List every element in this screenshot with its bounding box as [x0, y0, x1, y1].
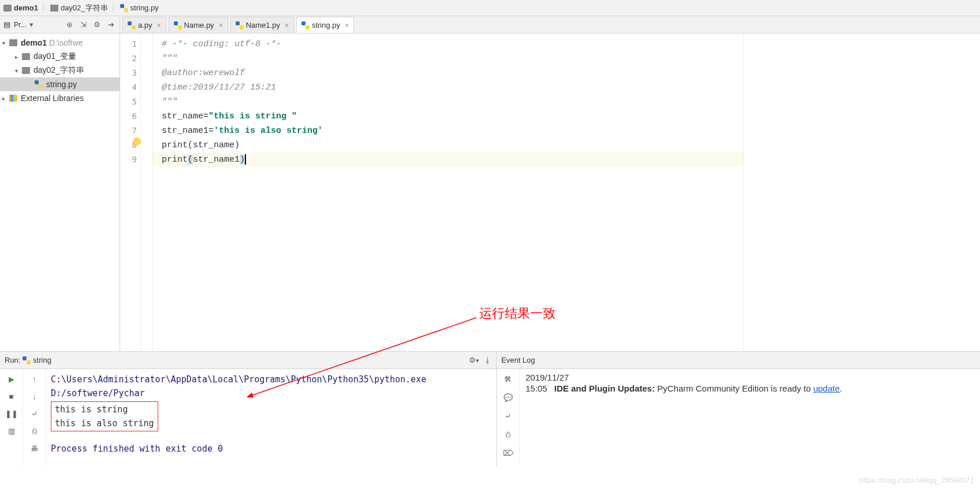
console-output-line: this is string	[55, 404, 128, 415]
folder-icon	[50, 5, 58, 12]
python-icon	[301, 21, 310, 29]
tree-day01[interactable]: ▸day01_变量	[0, 50, 120, 64]
run-toolbar-left: ▶ ■ ❚❚ ▥	[0, 369, 23, 467]
chevron-down-icon[interactable]: ▾	[15, 68, 22, 74]
event-log-content: 2019/11/27 15:05 IDE and Plugin Updates:…	[520, 369, 980, 467]
collapse-icon[interactable]: ⊕	[64, 20, 74, 30]
run-console[interactable]: C:\Users\Administrator\AppData\Local\Pro…	[46, 369, 496, 467]
bc-string[interactable]: string.py	[120, 3, 159, 12]
python-icon	[35, 80, 43, 88]
close-icon[interactable]: ×	[219, 21, 223, 29]
bc-day02[interactable]: day02_字符串	[50, 3, 108, 13]
library-icon	[9, 95, 17, 102]
close-icon[interactable]: ×	[157, 21, 161, 29]
tab-a-py[interactable]: a.py×	[122, 17, 166, 33]
export-icon[interactable]: ⎙	[28, 424, 41, 437]
close-icon[interactable]: ×	[285, 21, 289, 29]
fold-gutter	[141, 33, 152, 351]
event-date: 2019/11/27	[526, 372, 974, 382]
pause-icon[interactable]: ❚❚	[5, 407, 18, 420]
balloon-icon[interactable]: 💬	[502, 391, 515, 404]
run-title: Run:	[5, 356, 20, 364]
bc-demo1[interactable]: demo1	[3, 3, 38, 12]
event-msg-rest: PyCharm Community Edition is ready to	[655, 383, 813, 393]
chevron-right-icon[interactable]: ▸	[15, 54, 22, 60]
folder-icon	[22, 67, 30, 74]
stop-icon[interactable]: ■	[5, 390, 18, 403]
tab-name-py[interactable]: Name.py×	[169, 17, 228, 33]
project-sidebar: ▤ Pr... ▾ ⊕ ⇲ ⚙ ➔ ▾demo1 D:\softwe ▸day0…	[0, 16, 120, 351]
layout-icon[interactable]: ▥	[5, 424, 18, 437]
console-output-box: this is string this is also string	[51, 401, 158, 431]
hide-icon[interactable]: ➔	[106, 20, 116, 30]
down-icon[interactable]: ↓	[28, 390, 41, 403]
run-config-name: string	[33, 356, 51, 364]
tab-name1-py[interactable]: Name1.py×	[230, 17, 294, 33]
line-gutter: 123456789	[120, 33, 141, 351]
tree-demo1[interactable]: ▾demo1 D:\softwe	[0, 36, 120, 50]
update-link[interactable]: update	[813, 383, 840, 393]
project-tab-label[interactable]: Pr...	[14, 21, 26, 29]
folder-icon	[22, 53, 30, 60]
console-exit: Process finished with exit code 0	[51, 442, 496, 456]
python-icon	[120, 4, 128, 12]
event-log-toolbar: 🛠 💬 ⤶ ⎙ ⌦	[497, 369, 520, 467]
folder-icon	[3, 5, 12, 12]
wrap-icon[interactable]: ⤶	[502, 409, 515, 422]
python-icon	[23, 356, 31, 364]
download-icon[interactable]: ⭳	[484, 356, 491, 364]
run-toolbar-2: ↑ ↓ ⤶ ⎙ 🖶	[23, 369, 46, 467]
tree-ext-libs[interactable]: ▸External Libraries	[0, 91, 120, 105]
chevron-down-icon[interactable]: ▾	[2, 40, 9, 46]
console-command: C:\Users\Administrator\AppData\Local\Pro…	[51, 374, 426, 398]
gear-icon[interactable]: ⚙	[92, 20, 102, 30]
print-icon[interactable]: 🖶	[28, 442, 41, 455]
run-header: Run: string ⚙▾ ⭳	[0, 352, 496, 369]
run-panel: Run: string ⚙▾ ⭳ ▶ ■ ❚❚ ▥ ↑ ↓ ⤶ ⎙ 🖶	[0, 352, 497, 467]
tab-string-py[interactable]: string.py×	[296, 17, 354, 33]
editor-tabs: a.py× Name.py× Name1.py× string.py×	[120, 16, 980, 33]
event-log-title: Event Log	[501, 356, 535, 364]
project-tree: ▾demo1 D:\softwe ▸day01_变量 ▾day02_字符串 st…	[0, 33, 120, 107]
clear-icon[interactable]: ⌦	[502, 446, 515, 459]
folder-icon	[9, 39, 17, 46]
watermark: https://blog.csdn.net/qq_29590071	[859, 476, 975, 485]
editor-area: a.py× Name.py× Name1.py× string.py× 1234…	[120, 16, 980, 351]
python-icon	[174, 21, 182, 29]
event-time: 15:05	[526, 383, 547, 393]
breadcrumb: demo1 〉 day02_字符串 〉 string.py	[0, 0, 980, 16]
editor-right-strip	[743, 33, 980, 351]
bulb-icon[interactable]	[133, 137, 141, 146]
close-icon[interactable]: ×	[345, 21, 349, 29]
play-icon[interactable]: ▶	[5, 372, 18, 385]
editor-body[interactable]: 123456789 # -*- coding: utf-8 -*-"""@aut…	[120, 33, 980, 351]
chevron-right-icon: 〉	[111, 3, 119, 13]
chevron-right-icon: 〉	[42, 3, 49, 13]
python-icon	[236, 21, 244, 29]
wrap-icon[interactable]: ⤶	[28, 407, 41, 420]
event-log-header: Event Log	[497, 352, 980, 369]
event-log-panel: Event Log 🛠 💬 ⤶ ⎙ ⌦ 2019/11/27 15:05 IDE…	[497, 352, 980, 467]
python-icon	[128, 21, 136, 29]
code-content[interactable]: # -*- coding: utf-8 -*-"""@author:werewo…	[152, 33, 743, 351]
tree-string-py[interactable]: string.py	[0, 77, 120, 91]
sidebar-toolbar: ▤ Pr... ▾ ⊕ ⇲ ⚙ ➔	[0, 16, 120, 33]
tree-day02[interactable]: ▾day02_字符串	[0, 64, 120, 77]
chevron-right-icon[interactable]: ▸	[2, 95, 9, 102]
console-output-line: this is also string	[55, 418, 154, 429]
gear-icon[interactable]: ⚙▾	[469, 356, 479, 364]
export-icon[interactable]: ⎙	[502, 428, 515, 441]
event-msg-bold: IDE and Plugin Updates:	[554, 383, 655, 393]
up-icon[interactable]: ↑	[28, 372, 41, 385]
gear-info-icon[interactable]: 🛠	[502, 372, 515, 385]
expand-icon[interactable]: ⇲	[78, 20, 88, 30]
project-tab-icon[interactable]: ▤	[3, 20, 10, 29]
